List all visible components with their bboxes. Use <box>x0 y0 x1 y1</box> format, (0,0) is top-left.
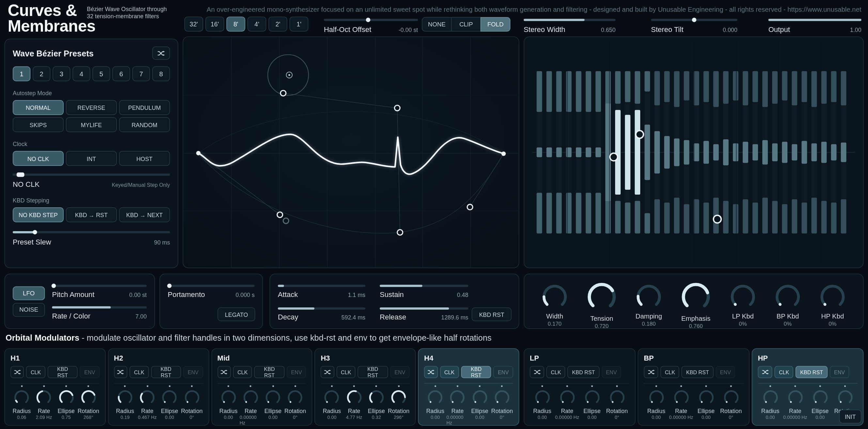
shuffle-button[interactable] <box>10 366 24 378</box>
ellipse-knob[interactable] <box>265 389 281 406</box>
env-button[interactable]: ENV <box>716 366 735 378</box>
rate-knob[interactable] <box>787 389 803 406</box>
env-kbd-rst-button[interactable]: KBD RST <box>472 307 512 321</box>
shape-none-button[interactable]: NONE <box>422 17 452 32</box>
radius-knob[interactable] <box>324 389 340 406</box>
kbd-rst-button[interactable]: KBD RST <box>358 366 388 378</box>
clk-button[interactable]: CLK <box>774 366 794 378</box>
rotation-knob[interactable] <box>183 389 200 406</box>
shuffle-button[interactable] <box>321 366 334 378</box>
env-button[interactable]: ENV <box>493 366 513 378</box>
env-button[interactable]: ENV <box>390 366 409 378</box>
bezier-editor-canvas[interactable] <box>183 37 519 268</box>
rate-knob[interactable] <box>346 389 363 406</box>
rate-knob[interactable] <box>673 389 689 406</box>
rotation-knob[interactable] <box>390 389 407 406</box>
rotation-knob[interactable] <box>837 389 853 406</box>
radius-knob[interactable] <box>534 389 551 406</box>
decay-slider[interactable] <box>278 307 366 310</box>
preset-6[interactable]: 6 <box>112 66 130 81</box>
stereo-width-slider[interactable] <box>524 19 616 21</box>
kbd-rst-button[interactable]: KBD RST <box>254 366 284 378</box>
width-knob[interactable] <box>541 283 568 311</box>
rate-knob[interactable] <box>450 389 466 406</box>
emphasis-knob[interactable] <box>680 281 712 313</box>
octave-2[interactable]: 2' <box>269 16 287 32</box>
kbd-rst-button[interactable]: KBD RST <box>48 366 78 378</box>
env-button[interactable]: ENV <box>601 366 621 378</box>
kbd-rst-button[interactable]: KBD RST <box>682 366 713 378</box>
sustain-slider[interactable] <box>380 285 468 287</box>
env-button[interactable]: ENV <box>286 366 306 378</box>
shuffle-button[interactable] <box>114 366 127 378</box>
preset-1[interactable]: 1 <box>13 66 30 81</box>
octave-4[interactable]: 4' <box>247 16 266 32</box>
ellipse-knob[interactable] <box>812 389 829 406</box>
kbd-rst-button[interactable]: KBD RST <box>568 366 599 378</box>
clk-button[interactable]: CLK <box>233 366 252 378</box>
radius-knob[interactable] <box>648 389 665 406</box>
autostep-reverse[interactable]: REVERSE <box>66 100 117 115</box>
preset-4[interactable]: 4 <box>72 66 90 81</box>
clock-host[interactable]: HOST <box>119 151 170 166</box>
clk-button[interactable]: CLK <box>129 366 149 378</box>
membrane-filter-panel[interactable] <box>524 36 864 268</box>
ellipse-knob[interactable] <box>161 389 178 406</box>
kbd-next[interactable]: KBD → NEXT <box>119 207 170 222</box>
tension-knob[interactable] <box>586 281 618 313</box>
radius-knob[interactable] <box>762 389 779 406</box>
shuffle-button[interactable] <box>217 366 231 378</box>
bezier-handle[interactable] <box>397 230 403 235</box>
preset-2[interactable]: 2 <box>33 66 50 81</box>
rate-knob[interactable] <box>36 389 52 406</box>
rate-knob[interactable] <box>139 389 156 406</box>
rate-knob[interactable] <box>243 389 259 406</box>
shape-fold-button[interactable]: FOLD <box>480 17 511 32</box>
lp-kbd-knob[interactable] <box>729 283 757 311</box>
kbd-rst[interactable]: KBD → RST <box>66 207 117 222</box>
clk-button[interactable]: CLK <box>26 366 45 378</box>
stereo-tilt-slider[interactable] <box>651 19 738 21</box>
kbd-no-step[interactable]: NO KBD STEP <box>13 207 64 222</box>
rotation-knob[interactable] <box>494 389 510 406</box>
clock-no-clk[interactable]: NO CLK <box>13 151 64 166</box>
preset-slew-slider[interactable] <box>13 231 170 233</box>
clock-rate-slider[interactable] <box>13 174 170 176</box>
slider-handle[interactable] <box>17 172 25 177</box>
membrane-handle[interactable] <box>610 153 618 161</box>
membrane-handle[interactable] <box>713 215 721 223</box>
randomize-presets-button[interactable] <box>152 46 170 60</box>
rotation-knob[interactable] <box>609 389 625 406</box>
kbd-rst-button[interactable]: KBD RST <box>796 366 828 378</box>
wave-endpoint-right[interactable] <box>501 152 506 156</box>
slider-handle[interactable] <box>52 284 56 288</box>
clk-button[interactable]: CLK <box>546 366 565 378</box>
bezier-handle[interactable] <box>395 105 400 111</box>
radius-knob[interactable] <box>117 389 133 406</box>
env-button[interactable]: ENV <box>80 366 99 378</box>
output-slider[interactable] <box>769 19 862 21</box>
radius-knob[interactable] <box>220 389 237 406</box>
preset-8[interactable]: 8 <box>152 66 170 81</box>
damping-knob[interactable] <box>635 283 663 311</box>
shuffle-button[interactable] <box>644 366 658 378</box>
portamento-slider[interactable] <box>168 285 254 287</box>
radius-knob[interactable] <box>13 389 30 406</box>
slider-handle[interactable] <box>33 230 37 234</box>
preset-3[interactable]: 3 <box>53 66 70 81</box>
membrane-handle[interactable] <box>636 131 644 138</box>
clock-int[interactable]: INT <box>66 151 117 166</box>
rotation-knob[interactable] <box>723 389 739 406</box>
half-oct-offset-slider[interactable] <box>324 19 418 21</box>
rotation-knob[interactable] <box>287 389 304 406</box>
membrane-visualization[interactable] <box>524 37 863 268</box>
clk-button[interactable]: CLK <box>660 366 680 378</box>
autostep-normal[interactable]: NORMAL <box>13 100 64 115</box>
shape-clip-button[interactable]: CLIP <box>451 17 481 32</box>
bezier-wave-editor[interactable] <box>183 36 519 268</box>
preset-5[interactable]: 5 <box>92 66 110 81</box>
octave-1[interactable]: 1' <box>289 16 308 32</box>
kbd-rst-button[interactable]: KBD RST <box>461 366 491 378</box>
octave-8[interactable]: 8' <box>226 16 245 32</box>
bezier-handle[interactable] <box>467 204 473 210</box>
